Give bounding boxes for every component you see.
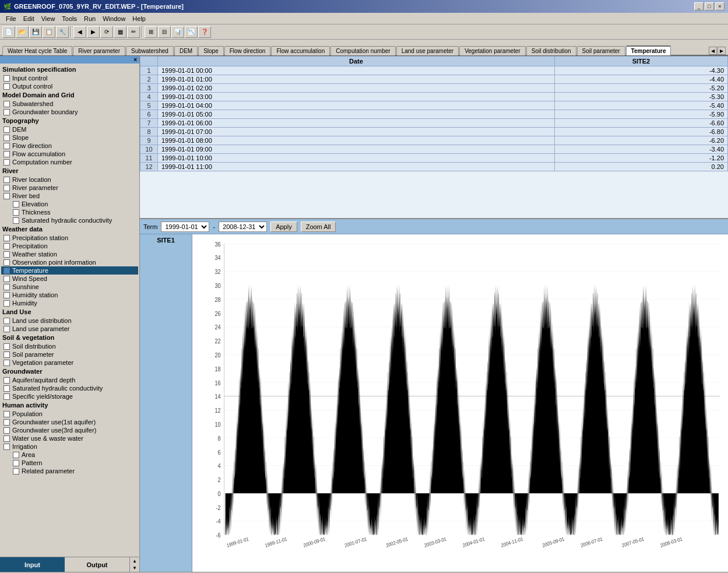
checkbox-wind-speed[interactable] [3,276,10,282]
checkbox-river-location[interactable] [3,177,10,183]
checkbox-dem[interactable] [3,126,10,133]
start-date-select[interactable]: 1999-01-01 [161,222,209,232]
sidebar-item-wind-speed[interactable]: Wind Speed [1,275,138,283]
tab-subwatershed[interactable]: Subwatershed [126,46,174,55]
checkbox-humidity-station[interactable] [3,292,10,298]
toolbar-btn5[interactable]: 🔧 [56,26,69,38]
checkbox-groundwater-boundary[interactable] [3,109,10,115]
sidebar-item-specific-yield[interactable]: Specific yield/storage [1,392,138,400]
sidebar-item-humidity[interactable]: Humidity [1,299,138,307]
sidebar-item-sat-hydraulic[interactable]: Saturated hydraulic conductivity [1,216,138,224]
checkbox-soil-parameter[interactable] [3,351,10,358]
sidebar-item-population[interactable]: Population [1,410,138,418]
tab-water-heat[interactable]: Water Heat cycle Table [2,46,72,55]
toolbar-btn8[interactable]: ⟳ [100,26,113,38]
checkbox-gw-use-3rd[interactable] [3,427,10,434]
menu-edit[interactable]: Edit [20,15,38,23]
toolbar-save[interactable]: 💾 [29,26,42,38]
checkbox-sat-hydraulic[interactable] [13,217,19,224]
apply-button[interactable]: Apply [270,222,297,232]
checkbox-vegetation-parameter[interactable] [3,360,10,366]
sidebar-item-water-use[interactable]: Water use & waste water [1,434,138,442]
tab-slope[interactable]: Slope [198,46,224,55]
sidebar-item-precipitation[interactable]: Precipitation [1,242,138,250]
tab-dem[interactable]: DEM [174,46,198,55]
checkbox-aquifer-depth[interactable] [3,377,10,384]
checkbox-precipitation[interactable] [3,243,10,249]
toolbar-new[interactable]: 📄 [2,26,15,38]
sidebar-item-elevation[interactable]: Elevation [1,200,138,208]
sidebar-item-area[interactable]: Area [1,451,138,459]
sidebar-item-flow-accumulation[interactable]: Flow accumulation [1,150,138,158]
menu-tools[interactable]: Tools [58,15,80,23]
sidebar-item-pattern[interactable]: Pattern [1,459,138,467]
table-scroll[interactable]: Date SITE2 1 1999-01-01 00:00 -4.302 199… [140,56,728,218]
sidebar-item-river-parameter[interactable]: River parameter [1,184,138,192]
minimize-button[interactable]: _ [694,2,704,10]
checkbox-irrigation[interactable] [3,444,10,450]
tab-flow-accumulation[interactable]: Flow accumulation [271,46,330,55]
sidebar-item-input-control[interactable]: Input control [1,74,138,82]
sidebar-item-weather-station[interactable]: Weather station [1,250,138,258]
sidebar-close-button[interactable]: × [133,57,137,63]
tab-vegetation-param[interactable]: Vegetation parameter [459,46,526,55]
tab-soil-param[interactable]: Soil parameter [577,46,625,55]
checkbox-water-use[interactable] [3,435,10,442]
sidebar-item-vegetation-parameter[interactable]: Vegetation parameter [1,358,138,367]
checkbox-soil-distribution[interactable] [3,343,10,350]
sidebar-item-land-use-distribution[interactable]: Land use distribution [1,317,138,325]
end-date-select[interactable]: 2008-12-31 [219,222,267,232]
checkbox-input-control[interactable] [3,75,10,82]
zoom-all-button[interactable]: Zoom All [301,222,336,232]
checkbox-temperature[interactable] [3,268,10,274]
checkbox-pattern[interactable] [13,460,19,466]
checkbox-flow-accumulation[interactable] [3,151,10,157]
toolbar-btn15[interactable]: ❓ [198,26,211,38]
sidebar-item-river-bed[interactable]: River bed [1,192,138,200]
checkbox-land-use-parameter[interactable] [3,326,10,332]
menu-file[interactable]: File [2,15,20,23]
checkbox-sat-hydraulic-gw[interactable] [3,385,10,392]
sidebar-item-gw-use-1st[interactable]: Groundwater use(1st aquifer) [1,418,138,426]
sidebar-item-flow-direction[interactable]: Flow direction [1,142,138,150]
tab-temperature[interactable]: Temperature [626,45,671,55]
checkbox-computation-number[interactable] [3,159,10,166]
sidebar-item-soil-distribution[interactable]: Soil distribution [1,342,138,350]
checkbox-subwatershed[interactable] [3,101,10,107]
checkbox-slope[interactable] [3,135,10,141]
sidebar-item-aquifer-depth[interactable]: Aquifer/aquitard depth [1,376,138,384]
sidebar-item-observation-point[interactable]: Observation point information [1,258,138,266]
checkbox-area[interactable] [13,452,19,458]
sidebar-item-dem[interactable]: DEM [1,125,138,133]
checkbox-sunshine[interactable] [3,284,10,290]
output-button[interactable]: Output [65,557,129,572]
checkbox-humidity[interactable] [3,300,10,307]
sidebar-item-thickness[interactable]: Thickness [1,208,138,216]
sidebar-item-sunshine[interactable]: Sunshine [1,283,138,291]
toolbar-btn11[interactable]: ⊞ [145,26,157,38]
tab-computation-number[interactable]: Computation number [330,46,395,55]
sidebar-item-sat-hydraulic-gw[interactable]: Saturated hydraulic conductivity [1,384,138,392]
checkbox-population[interactable] [3,411,10,417]
toolbar-btn13[interactable]: 📊 [171,26,184,38]
toolbar-btn10[interactable]: ✏ [127,26,140,38]
toolbar-btn4[interactable]: 📋 [43,26,55,38]
sidebar-item-temperature[interactable]: Temperature [1,266,138,275]
sidebar-item-humidity-station[interactable]: Humidity station [1,291,138,299]
sidebar-item-slope[interactable]: Slope [1,133,138,142]
sidebar-item-gw-use-3rd[interactable]: Groundwater use(3rd aquifer) [1,426,138,434]
sidebar-item-subwatershed[interactable]: Subwatershed [1,100,138,108]
close-button[interactable]: × [715,2,725,10]
sidebar-item-river-location[interactable]: River location [1,175,138,184]
sidebar-item-groundwater-boundary[interactable]: Groundwater boundary [1,108,138,116]
sidebar-item-related-param[interactable]: Related parameter [1,467,138,475]
checkbox-specific-yield[interactable] [3,393,10,400]
checkbox-weather-station[interactable] [3,251,10,258]
menu-view[interactable]: View [38,15,59,23]
checkbox-precip-station[interactable] [3,235,10,241]
tab-land-use-param[interactable]: Land use parameter [396,46,459,55]
checkbox-observation-point[interactable] [3,259,10,266]
toolbar-btn6[interactable]: ◀ [73,26,86,38]
checkbox-flow-direction[interactable] [3,143,10,149]
toolbar-btn14[interactable]: 📉 [185,26,198,38]
